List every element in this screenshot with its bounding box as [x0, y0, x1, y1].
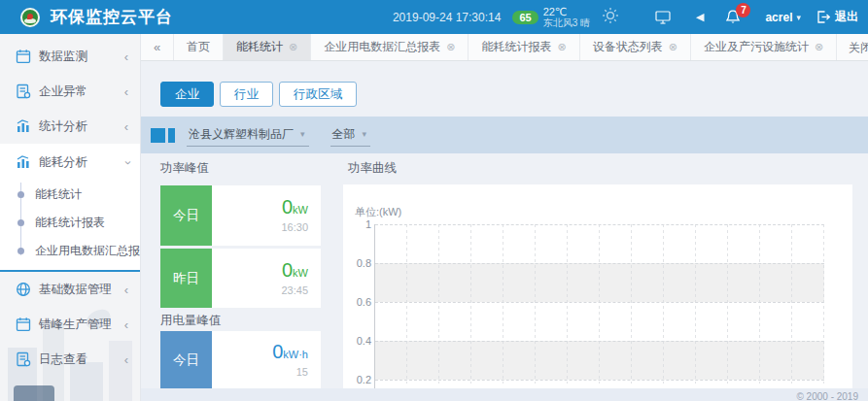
logout-button[interactable]: 退出 — [816, 9, 858, 25]
view-switch: 企业 行业 行政区域 — [160, 82, 363, 107]
view-button-admin-region[interactable]: 行政区域 — [279, 82, 357, 107]
chevron-icon: ‹ — [124, 84, 128, 99]
view-button-enterprise[interactable]: 企业 — [160, 82, 214, 107]
sidebar-item-basic-data-management[interactable]: 基础数据管理 ‹ — [0, 272, 140, 307]
username-menu[interactable]: acrel — [765, 11, 792, 24]
tabs-scroll-left-button[interactable]: « — [141, 34, 174, 60]
tab-energy-statistics[interactable]: 能耗统计 ⊗ — [224, 34, 311, 60]
monitor-icon[interactable] — [655, 11, 671, 24]
calendar-icon — [16, 317, 31, 332]
sidebar-item-electricity-summary-report[interactable]: 企业用电数据汇总报表 — [0, 237, 140, 265]
notification-bell[interactable]: 7 — [726, 10, 740, 24]
sidebar-item-energy-statistics[interactable]: 能耗统计 — [0, 181, 140, 209]
datetime-display: 2019-09-24 17:30:14 — [393, 11, 501, 24]
bullet-icon — [17, 191, 24, 198]
peak-time: 16:30 — [281, 220, 308, 235]
globe-icon — [16, 282, 31, 297]
scope-select[interactable]: 全部 ▾ — [330, 124, 371, 147]
weather-widget: 65 22℃ 东北风3 晴 — [512, 6, 633, 29]
tab-close-icon[interactable]: ⊗ — [557, 41, 566, 53]
tab-bar: « 首页 能耗统计 ⊗ 企业用电数据汇总报表 ⊗ 能耗统计报表 ⊗ 设备状态列表… — [141, 34, 868, 61]
chevron-icon: ‹ — [124, 283, 128, 297]
sun-icon — [602, 7, 619, 28]
sidebar-group-energy-analysis: 能耗分析 ‹ 能耗统计 能耗统计报表 企业用电数据汇总报表 — [0, 144, 140, 272]
period-badge: 今日 — [160, 331, 212, 388]
tab-energy-statistics-report[interactable]: 能耗统计报表 ⊗ — [469, 34, 579, 60]
y-tick: 0.4 — [346, 335, 371, 347]
energy-peak-title: 用电量峰值 — [160, 313, 222, 329]
bullet-icon — [17, 248, 24, 254]
calendar-icon — [16, 49, 31, 64]
power-peak-card-today: 今日 0kW 16:30 — [160, 185, 321, 246]
peak-time: 23:45 — [281, 284, 308, 298]
app-window: 环保监控云平台 2019-09-24 17:30:14 65 22℃ 东北风3 … — [0, 0, 868, 401]
filter-bar: 沧县义辉塑料制品厂 ▾ 全部 ▾ — [141, 117, 868, 153]
y-tick: 0.6 — [346, 296, 371, 308]
peak-value: 0kW·h — [272, 341, 308, 365]
sidebar-item-statistical-analysis[interactable]: 统计分析 ‹ — [0, 109, 140, 144]
sidebar-item-enterprise-abnormal[interactable]: 企业异常 ‹ — [0, 74, 140, 109]
peak-time: 15 — [296, 365, 308, 380]
view-button-industry[interactable]: 行业 — [220, 82, 273, 107]
sidebar-item-log-view[interactable]: 日志查看 ‹ — [0, 342, 140, 377]
document-gear-icon — [16, 84, 31, 99]
chevron-icon: ‹ — [124, 352, 128, 367]
power-curve-chart: 单位:(kW) 1 0.8 0.6 0.4 0.2 — [343, 184, 852, 388]
chevron-down-icon: ‹ — [119, 160, 133, 164]
sidebar-item-energy-analysis[interactable]: 能耗分析 ‹ — [0, 144, 140, 181]
wind-label: 东北风3 晴 — [543, 17, 590, 29]
tab-close-icon[interactable]: ⊗ — [815, 41, 823, 53]
bottom-strip: © 2000 - 2019 — [141, 388, 868, 401]
platform-logo-icon — [20, 8, 40, 27]
tab-device-status-list[interactable]: 设备状态列表 ⊗ — [580, 34, 691, 60]
aqi-badge: 65 — [512, 11, 538, 24]
y-tick: 0.8 — [346, 257, 371, 269]
caret-down-icon: ▾ — [300, 129, 305, 139]
sidebar-item-offpeak-production[interactable]: 错峰生产管理 ‹ — [0, 307, 140, 342]
period-badge: 昨日 — [160, 249, 212, 308]
logout-label[interactable]: 退出 — [835, 9, 858, 25]
caret-down-icon: ▾ — [363, 129, 367, 139]
power-curve-title: 功率曲线 — [348, 160, 397, 177]
y-tick: 1 — [346, 218, 371, 230]
speaker-icon[interactable]: ◀ — [696, 11, 704, 23]
header-right: 2019-09-24 17:30:14 65 22℃ 东北风3 晴 ◀ 7 ac… — [393, 0, 868, 34]
chevron-icon: ‹ — [124, 50, 128, 64]
sidebar-item-energy-statistics-report[interactable]: 能耗统计报表 — [0, 209, 140, 237]
company-select[interactable]: 沧县义辉塑料制品厂 ▾ — [187, 124, 309, 147]
tab-home[interactable]: 首页 — [174, 34, 224, 60]
bar-chart-icon — [16, 118, 31, 134]
chevron-icon: ‹ — [124, 317, 128, 332]
user-caret-icon: ▾ — [796, 13, 801, 22]
temperature-label: 22℃ — [543, 6, 590, 17]
bullet-icon — [17, 219, 24, 226]
chevron-icon: ‹ — [124, 119, 128, 134]
app-header: 环保监控云平台 2019-09-24 17:30:14 65 22℃ 东北风3 … — [0, 0, 868, 34]
logout-icon — [816, 11, 830, 23]
tab-enterprise-pollution-facility-stats[interactable]: 企业及产污设施统计 ⊗ — [691, 34, 837, 60]
notification-count-badge[interactable]: 7 — [736, 3, 750, 17]
sidebar-item-data-monitoring[interactable]: 数据监测 ‹ — [0, 39, 140, 74]
energy-peak-card-today: 今日 0kW·h 15 — [160, 331, 321, 388]
y-tick: 0.2 — [346, 374, 371, 385]
period-badge: 今日 — [160, 185, 212, 246]
sidebar-nav: 数据监测 ‹ 企业异常 ‹ 统计分析 ‹ 能耗分析 ‹ — [0, 34, 141, 401]
tab-close-icon[interactable]: ⊗ — [669, 41, 677, 53]
copyright-text: © 2000 - 2019 — [796, 391, 858, 401]
plot-area: 1 0.8 0.6 0.4 0.2 — [374, 224, 824, 388]
power-peak-card-yesterday: 昨日 0kW 23:45 — [160, 249, 321, 308]
tab-electricity-summary-report[interactable]: 企业用电数据汇总报表 ⊗ — [311, 34, 469, 60]
energy-analysis-submenu: 能耗统计 能耗统计报表 企业用电数据汇总报表 — [0, 181, 140, 265]
watermark-dark-building — [14, 385, 54, 401]
close-operations-menu[interactable]: 关闭操作 — [836, 34, 868, 61]
section-marker-icon — [151, 128, 165, 143]
main-content: 企业 行业 行政区域 沧县义辉塑料制品厂 ▾ 全部 ▾ 功率峰值 今日 0kW … — [141, 61, 868, 401]
power-peak-title: 功率峰值 — [160, 160, 209, 177]
peak-value: 0kW — [282, 196, 308, 220]
tab-close-icon[interactable]: ⊗ — [446, 41, 455, 53]
bar-chart-icon — [16, 154, 31, 170]
section-marker-icon — [168, 128, 175, 143]
tab-close-icon[interactable]: ⊗ — [289, 41, 297, 53]
peak-value: 0kW — [282, 259, 308, 284]
log-icon — [16, 351, 31, 367]
